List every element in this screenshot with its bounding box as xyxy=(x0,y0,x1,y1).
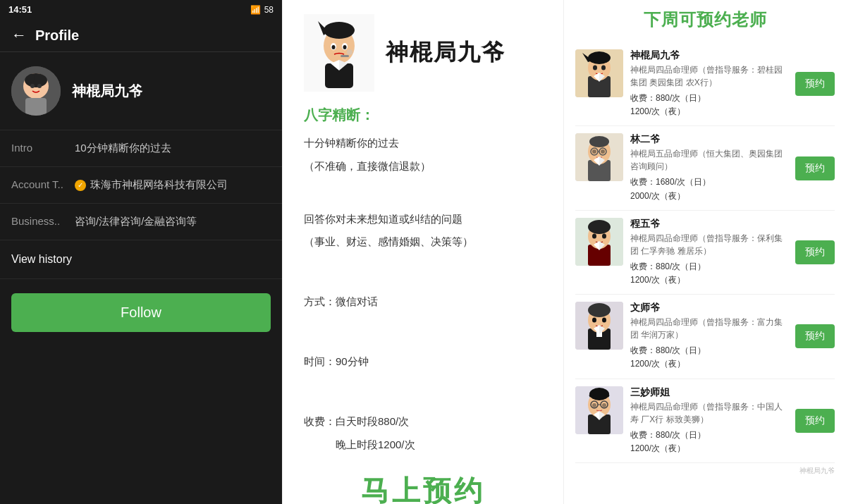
teacher-info: 三妙师姐 神棍局四品命理师（曾指导服务：中国人寿 厂X行 标致美狮） 收费：88… xyxy=(630,386,788,455)
svg-point-47 xyxy=(588,220,611,234)
teacher-name: 林二爷 xyxy=(630,133,788,146)
view-history-button[interactable]: View history xyxy=(0,240,282,279)
teacher-fee: 收费：880/次（日）1200/次（夜） xyxy=(630,344,788,371)
svg-point-57 xyxy=(592,318,596,323)
teacher-name: 文师爷 xyxy=(630,302,788,314)
teacher-desc: 神棍局五品命理师（恒大集团、奥园集团咨询顾问） xyxy=(630,147,788,173)
teacher-fee: 收费：880/次（日）1200/次（夜） xyxy=(630,92,788,118)
teacher-info: 神棍局九爷 神棍局四品命理师（曾指导服务：碧桂园集团 奥园集团 农X行） 收费：… xyxy=(630,49,788,118)
follow-button[interactable]: Follow xyxy=(11,293,271,332)
intro-row: Intro 10分钟精断你的过去 xyxy=(0,130,282,167)
mid-line-2: （不准确，直接微信退款） xyxy=(304,156,542,177)
mid-line-gap3 xyxy=(304,322,542,343)
teacher-avatar xyxy=(575,133,623,181)
svg-point-15 xyxy=(332,45,336,49)
mid-section-title: 八字精断： xyxy=(304,106,542,125)
teacher-avatar xyxy=(575,218,623,266)
teacher-desc: 神棍局四品命理师（曾指导服务：碧桂园集团 奥园集团 农X行） xyxy=(630,63,788,89)
account-label: Account T.. xyxy=(11,178,75,190)
status-bar: 14:51 📶 58 xyxy=(0,0,282,19)
account-value: ✓ 珠海市神棍网络科技有限公司 xyxy=(75,178,228,192)
book-button[interactable]: 预约 xyxy=(795,324,835,348)
book-button[interactable]: 预约 xyxy=(795,409,835,433)
header-bar: ← Profile xyxy=(0,19,282,52)
mid-header: 神棍局九爷 xyxy=(304,14,542,92)
svg-point-5 xyxy=(37,84,42,88)
mid-line-7: 收费：白天时段880/次 xyxy=(304,412,542,432)
svg-point-48 xyxy=(592,233,596,238)
svg-point-56 xyxy=(588,303,611,317)
book-button[interactable]: 预约 xyxy=(795,240,835,264)
teacher-desc: 神棍局四品命理师（曾指导服务：保利集团 仁孚奔驰 雅居乐） xyxy=(630,232,788,257)
teacher-name: 程五爷 xyxy=(630,218,788,231)
svg-point-49 xyxy=(602,233,606,238)
svg-point-25 xyxy=(588,51,611,64)
battery-icon: 58 xyxy=(264,5,274,15)
teacher-card: 林二爷 神棍局五品命理师（恒大集团、奥园集团咨询顾问） 收费：1680/次（日）… xyxy=(575,126,835,210)
teacher-info: 文师爷 神棍局四品命理师（曾指导服务：富力集团 华润万家） 收费：880/次（日… xyxy=(630,302,788,371)
svg-rect-17 xyxy=(341,55,349,57)
verified-badge: ✓ xyxy=(75,180,86,191)
mid-line-gap2 xyxy=(304,262,542,283)
teacher-card: 程五爷 神棍局四品命理师（曾指导服务：保利集团 仁孚奔驰 雅居乐） 收费：880… xyxy=(575,211,835,295)
teacher-fee: 收费：880/次（日）1200/次（夜） xyxy=(630,429,788,455)
svg-point-40 xyxy=(601,149,605,154)
right-panel: 下周可预约老师 神棍局九爷 神棍局四品命理师（曾指导服务：碧桂园集团 奥园集团 … xyxy=(564,0,846,504)
status-icons: 📶 58 xyxy=(250,5,274,15)
book-button[interactable]: 预约 xyxy=(795,72,835,96)
right-title: 下周可预约老师 xyxy=(575,8,835,31)
mid-name: 神棍局九爷 xyxy=(386,37,505,68)
svg-point-27 xyxy=(593,66,597,70)
svg-point-35 xyxy=(589,136,609,147)
mid-line-8: 晚上时段1200/次 xyxy=(304,435,542,455)
svg-point-71 xyxy=(602,403,606,407)
wifi-icon: 📶 xyxy=(250,5,261,15)
teacher-name: 三妙师姐 xyxy=(630,386,788,399)
svg-point-4 xyxy=(30,84,35,88)
teacher-info: 程五爷 神棍局四品命理师（曾指导服务：保利集团 仁孚奔驰 雅居乐） 收费：880… xyxy=(630,218,788,287)
teacher-fee: 收费：1680/次（日）2000/次（夜） xyxy=(630,176,788,202)
svg-point-28 xyxy=(601,66,606,70)
book-button[interactable]: 预约 xyxy=(795,156,835,180)
profile-name: 神棍局九爷 xyxy=(72,82,142,101)
status-time: 14:51 xyxy=(8,4,32,15)
account-row: Account T.. ✓ 珠海市神棍网络科技有限公司 xyxy=(0,167,282,204)
teacher-avatar xyxy=(575,49,623,97)
intro-label: Intro xyxy=(11,142,75,154)
svg-point-70 xyxy=(592,403,596,407)
svg-point-39 xyxy=(592,149,596,154)
svg-rect-6 xyxy=(25,98,47,116)
teacher-info: 林二爷 神棍局五品命理师（恒大集团、奥园集团咨询顾问） 收费：1680/次（日）… xyxy=(630,133,788,202)
teacher-list: 神棍局九爷 神棍局四品命理师（曾指导服务：碧桂园集团 奥园集团 农X行） 收费：… xyxy=(575,42,835,463)
teacher-card: 文师爷 神棍局四品命理师（曾指导服务：富力集团 华润万家） 收费：880/次（日… xyxy=(575,295,835,379)
intro-value: 10分钟精断你的过去 xyxy=(75,142,171,155)
page-title: Profile xyxy=(35,27,79,44)
teacher-card: 神棍局九爷 神棍局四品命理师（曾指导服务：碧桂园集团 奥园集团 农X行） 收费：… xyxy=(575,42,835,126)
svg-point-3 xyxy=(27,74,35,82)
mid-line-gap4 xyxy=(304,382,542,402)
teacher-desc: 神棍局四品命理师（曾指导服务：富力集团 华润万家） xyxy=(630,316,788,341)
right-watermark: 神棍局九爷 xyxy=(575,466,835,476)
mid-line-5: 方式：微信对话 xyxy=(304,292,542,312)
info-rows: Intro 10分钟精断你的过去 Account T.. ✓ 珠海市神棍网络科技… xyxy=(0,130,282,240)
mid-avatar xyxy=(304,14,374,92)
mid-content: 八字精断： 十分钟精断你的过去 （不准确，直接微信退款） 回答你对未来想知道或纠… xyxy=(304,106,542,455)
back-button[interactable]: ← xyxy=(11,26,27,44)
svg-point-16 xyxy=(343,45,347,49)
teacher-card: 三妙师姐 神棍局四品命理师（曾指导服务：中国人寿 厂X行 标致美狮） 收费：88… xyxy=(575,379,835,463)
teacher-avatar xyxy=(575,386,623,434)
svg-point-18 xyxy=(347,49,352,55)
business-row: Business.. 咨询/法律咨询/金融咨询等 xyxy=(0,204,282,240)
mid-line-gap1 xyxy=(304,179,542,199)
avatar xyxy=(11,66,61,116)
middle-panel: 神棍局九爷 八字精断： 十分钟精断你的过去 （不准确，直接微信退款） 回答你对未… xyxy=(282,0,564,504)
svg-point-58 xyxy=(602,318,606,323)
business-value: 咨询/法律咨询/金融咨询等 xyxy=(75,215,197,228)
teacher-name: 神棍局九爷 xyxy=(630,49,788,62)
business-label: Business.. xyxy=(11,215,75,227)
mid-line-4: （事业、财运、感情婚姻、决策等） xyxy=(304,232,542,252)
teacher-avatar xyxy=(575,302,623,350)
teacher-fee: 收费：880/次（日）1200/次（夜） xyxy=(630,260,788,287)
book-now-text: 马上预约 xyxy=(304,472,542,504)
mid-line-1: 十分钟精断你的过去 xyxy=(304,133,542,154)
